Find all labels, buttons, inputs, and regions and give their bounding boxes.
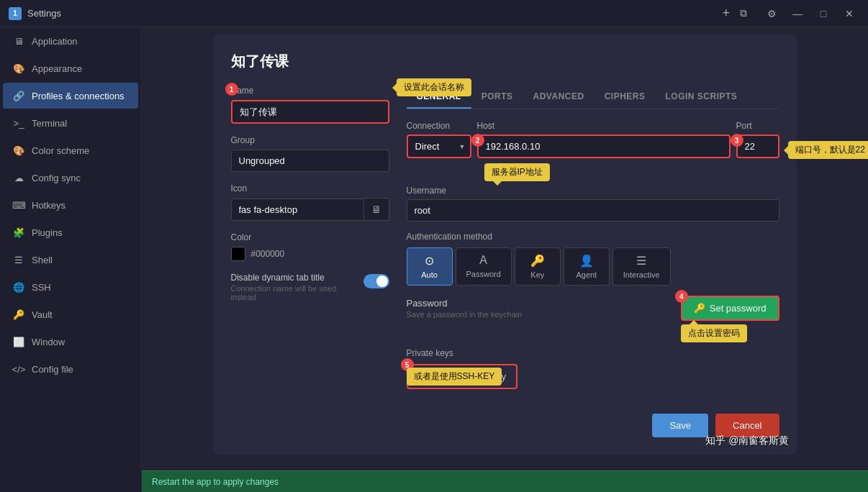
minimize-button[interactable]: —: [787, 4, 808, 24]
sidebar-item-config-sync[interactable]: ☁ Config sync: [3, 165, 138, 191]
password-icon: A: [479, 254, 487, 267]
maximize-button[interactable]: □: [813, 4, 833, 24]
sidebar-item-terminal[interactable]: >_ Terminal: [3, 110, 138, 136]
ssh-icon: 🌐: [13, 281, 24, 293]
sidebar-item-appearance[interactable]: 🎨 Appearance: [3, 55, 138, 81]
toggle-row: Disable dynamic tab title Connection nam…: [231, 273, 389, 301]
settings-button[interactable]: ⚙: [761, 4, 782, 24]
sidebar-item-vault[interactable]: 🔑 Vault: [3, 301, 138, 327]
auth-method-label: Authentication method: [407, 232, 779, 242]
tab-ports[interactable]: PORTS: [471, 86, 523, 109]
port-label: Port: [736, 121, 779, 131]
copy-tab-button[interactable]: ⧉: [740, 7, 747, 19]
sidebar-item-window[interactable]: ⬜ Window: [3, 329, 138, 355]
sidebar-item-profiles[interactable]: 🔗 Profiles & connections: [3, 83, 138, 109]
password-section: Password Save a password in the keychain…: [407, 296, 779, 321]
name-input[interactable]: [231, 100, 389, 124]
dialog-title: 知了传课: [231, 52, 779, 71]
icon-label: Icon: [231, 183, 389, 193]
icon-field: 🖥: [231, 198, 389, 221]
sidebar-label-color-scheme: Color scheme: [32, 145, 89, 156]
group-field-group: Group: [231, 135, 389, 172]
plugins-icon: 🧩: [13, 227, 24, 238]
username-input[interactable]: [407, 199, 779, 222]
pw-row: Password Save a password in the keychain…: [407, 296, 779, 321]
titlebar-actions: + ⧉ ⚙ — □ ✕: [722, 4, 859, 24]
app-icon: 1: [9, 7, 22, 20]
tab-login-scripts[interactable]: LOGIN SCRIPTS: [655, 86, 747, 109]
agent-icon: 👤: [579, 254, 594, 268]
sidebar-label-shell: Shell: [32, 255, 53, 265]
auth-section: Authentication method ⊙ Auto A Password: [407, 232, 779, 286]
auto-icon: ⊙: [425, 254, 434, 268]
dialog: 知了传课 Name 1 设置此会话名称: [214, 35, 797, 455]
config-file-icon: </>: [13, 363, 24, 375]
sidebar-label-plugins: Plugins: [32, 227, 63, 238]
sidebar: 🖥 Application 🎨 Appearance 🔗 Profiles & …: [0, 27, 142, 492]
close-button[interactable]: ✕: [839, 4, 859, 24]
group-input[interactable]: [231, 150, 389, 172]
sidebar-label-window: Window: [32, 337, 65, 347]
sidebar-item-color-scheme[interactable]: 🎨 Color scheme: [3, 137, 138, 163]
key-icon-btn: 🔑: [694, 303, 705, 314]
interactive-icon: ☰: [636, 254, 646, 268]
sidebar-label-hotkeys: Hotkeys: [32, 200, 65, 211]
titlebar-title: Settings: [27, 8, 61, 19]
sidebar-item-config-file[interactable]: </> Config file: [3, 356, 138, 382]
connection-select-wrapper: Direct: [407, 135, 471, 158]
sidebar-label-ssh: SSH: [32, 282, 51, 293]
auth-key-button[interactable]: 🔑 Key: [515, 247, 561, 286]
set-pw-wrapper: 4 🔑 Set password 点击设置密码: [681, 296, 779, 321]
badge-2: 2: [471, 134, 484, 147]
sidebar-item-ssh[interactable]: 🌐 SSH: [3, 274, 138, 300]
bottom-bar: Restart the app to apply changes: [142, 470, 868, 492]
dialog-container: 知了传课 Name 1 设置此会话名称: [142, 27, 868, 470]
tab-advanced[interactable]: ADVANCED: [523, 86, 595, 109]
color-field: #000000: [231, 247, 389, 261]
shell-icon: ☰: [13, 254, 24, 265]
icon-field-group: Icon 🖥: [231, 183, 389, 221]
connection-select[interactable]: Direct: [407, 135, 471, 158]
auth-auto-button[interactable]: ⊙ Auto: [407, 247, 453, 286]
sidebar-item-plugins[interactable]: 🧩 Plugins: [3, 219, 138, 245]
hotkeys-icon: ⌨: [13, 199, 24, 211]
pk-row: 5 📁 Add a private key 或者是使用SSH-KEY: [407, 364, 779, 389]
sidebar-item-application[interactable]: 🖥 Application: [3, 28, 138, 54]
auth-agent-button[interactable]: 👤 Agent: [564, 247, 610, 286]
sidebar-label-terminal: Terminal: [32, 118, 67, 129]
badge-4: 4: [675, 290, 688, 303]
tab-ciphers[interactable]: CIPHERS: [595, 86, 656, 109]
port-group: Port 3 端口号，默认是22: [736, 121, 779, 158]
pw-title: Password: [407, 298, 523, 309]
sidebar-label-config-file: Config file: [32, 364, 73, 375]
badge-1: 1: [225, 83, 238, 96]
pw-desc: Save a password in the keychain: [407, 310, 523, 319]
connection-group: Connection Direct: [407, 121, 471, 158]
sidebar-label-vault: Vault: [32, 309, 53, 320]
auth-password-button[interactable]: A Password: [456, 247, 512, 286]
set-pw-tooltip: 点击设置密码: [681, 324, 747, 342]
dialog-footer: Save Cancel: [231, 414, 779, 437]
new-tab-button[interactable]: +: [722, 6, 730, 21]
profiles-icon: 🔗: [13, 90, 24, 101]
main-layout: 🖥 Application 🎨 Appearance 🔗 Profiles & …: [0, 27, 868, 492]
auth-interactive-button[interactable]: ☰ Interactive: [612, 247, 671, 286]
toggle-field-group: Disable dynamic tab title Connection nam…: [231, 273, 389, 301]
toggle-title: Disable dynamic tab title: [231, 273, 358, 283]
config-sync-icon: ☁: [13, 172, 24, 183]
color-swatch[interactable]: [231, 247, 245, 261]
username-label: Username: [407, 186, 779, 196]
sidebar-item-shell[interactable]: ☰ Shell: [3, 247, 138, 273]
vault-icon: 🔑: [13, 309, 24, 320]
icon-input[interactable]: [231, 199, 364, 221]
username-row: Username: [407, 186, 779, 222]
save-button[interactable]: Save: [652, 414, 708, 437]
sidebar-item-hotkeys[interactable]: ⌨ Hotkeys: [3, 192, 138, 218]
watermark: 知乎 @南窗客斯黄: [705, 434, 789, 447]
host-input[interactable]: [477, 135, 731, 158]
connection-row: Connection Direct Host: [407, 121, 779, 158]
toggle-desc: Connection name will be used instead: [231, 284, 358, 301]
toggle-switch[interactable]: [363, 274, 389, 288]
sidebar-label-config-sync: Config sync: [32, 173, 81, 183]
pw-info: Password Save a password in the keychain: [407, 298, 523, 319]
